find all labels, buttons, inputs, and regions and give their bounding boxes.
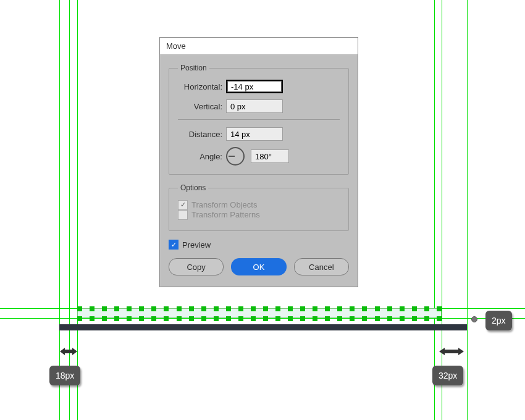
selection-handle[interactable] (127, 306, 132, 311)
selection-handle[interactable] (151, 306, 156, 311)
preview-checkbox[interactable]: Preview (169, 240, 211, 250)
selection-handle[interactable] (313, 306, 317, 311)
selection-handle[interactable] (114, 306, 119, 311)
selection-handle[interactable] (90, 306, 94, 311)
measurement-badge-left-inset: 18px (49, 366, 80, 385)
ok-button[interactable]: OK (231, 258, 286, 275)
distance-label: Distance: (178, 130, 222, 139)
selection-handle[interactable] (437, 316, 442, 321)
dialog-title[interactable]: Move (160, 38, 358, 55)
selection-handle[interactable] (350, 306, 355, 311)
artwork-bar[interactable] (59, 324, 467, 330)
selection-handle[interactable] (214, 306, 219, 311)
cancel-button[interactable]: Cancel (294, 258, 349, 275)
selection-handle[interactable] (337, 316, 342, 321)
angle-dial[interactable] (226, 147, 245, 166)
selection-handle[interactable] (139, 306, 144, 311)
selection-handle[interactable] (325, 316, 330, 321)
selection-handle[interactable] (226, 316, 231, 321)
selection-handle[interactable] (300, 316, 305, 321)
selection-handle[interactable] (337, 306, 342, 311)
selection-handle[interactable] (424, 316, 429, 321)
selection-handle[interactable] (177, 316, 182, 321)
selection-handle[interactable] (77, 316, 82, 321)
selection-handle[interactable] (238, 306, 243, 311)
selection-handle[interactable] (275, 306, 280, 311)
selection-handle[interactable] (387, 306, 392, 311)
angle-label: Angle: (178, 152, 222, 161)
vertical-input[interactable] (226, 99, 283, 113)
selection-handle[interactable] (251, 306, 256, 311)
selection-handle[interactable] (424, 306, 429, 311)
selection-handle[interactable] (251, 316, 256, 321)
guide-vertical (77, 0, 78, 420)
selection-handle[interactable] (77, 306, 82, 311)
selection-handle[interactable] (375, 316, 380, 321)
position-legend: Position (178, 64, 209, 72)
guide-vertical (69, 0, 70, 420)
selection-handle[interactable] (201, 306, 206, 311)
preview-label: Preview (182, 240, 211, 250)
selection-handle[interactable] (437, 306, 442, 311)
options-group: Options Transform Objects Transform Patt… (169, 183, 349, 231)
selection-handle[interactable] (177, 306, 182, 311)
selection-handle[interactable] (263, 306, 268, 311)
selection-handle[interactable] (214, 316, 219, 321)
selection-handle[interactable] (288, 306, 293, 311)
transform-patterns-label: Transform Patterns (191, 210, 260, 219)
arrow-horizontal-icon (439, 347, 464, 356)
selection-handle[interactable] (375, 306, 380, 311)
selection-handle[interactable] (300, 306, 305, 311)
selection-handle[interactable] (400, 306, 405, 311)
selection-handle[interactable] (189, 306, 194, 311)
selection-handle[interactable] (362, 316, 367, 321)
angle-input[interactable] (251, 149, 289, 163)
dialog-button-row: Copy OK Cancel (169, 258, 349, 275)
vertical-label: Vertical: (178, 102, 222, 111)
selection-handle[interactable] (313, 316, 317, 321)
selection-handle[interactable] (288, 316, 293, 321)
measurement-badge-right-inset: 32px (432, 366, 463, 385)
selection-handle[interactable] (189, 316, 194, 321)
selection-handle[interactable] (102, 316, 107, 321)
transform-objects-label: Transform Objects (191, 200, 257, 209)
selection-handle[interactable] (151, 316, 156, 321)
move-dialog: Move Position Horizontal: Vertical: Dist… (159, 37, 358, 287)
selection-handle[interactable] (102, 306, 107, 311)
selection-handle[interactable] (164, 316, 169, 321)
selection-handle[interactable] (350, 316, 355, 321)
selection-handle[interactable] (90, 316, 94, 321)
transform-objects-checkbox: Transform Objects (178, 200, 257, 210)
separator (178, 119, 340, 120)
svg-marker-0 (60, 348, 77, 355)
selection-handle[interactable] (164, 306, 169, 311)
svg-marker-1 (439, 348, 464, 355)
selection-handle[interactable] (139, 316, 144, 321)
selection-handle[interactable] (325, 306, 330, 311)
horizontal-input[interactable] (226, 80, 283, 93)
selection-handle[interactable] (263, 316, 268, 321)
distance-input[interactable] (226, 127, 283, 141)
selection-handle[interactable] (114, 316, 119, 321)
selection-handle[interactable] (362, 306, 367, 311)
guide-vertical (467, 0, 468, 420)
guide-vertical (442, 0, 442, 420)
guide-vertical (59, 0, 60, 420)
selection-handle[interactable] (400, 316, 405, 321)
copy-button[interactable]: Copy (169, 258, 224, 275)
selection-handle[interactable] (127, 316, 132, 321)
horizontal-label: Horizontal: (178, 82, 222, 91)
options-legend: Options (178, 183, 208, 192)
selection-handle[interactable] (275, 316, 280, 321)
selection-handle[interactable] (412, 306, 417, 311)
measurement-badge-right-gap: 2px (485, 311, 512, 330)
selection-handle[interactable] (201, 316, 206, 321)
selection-handle[interactable] (387, 316, 392, 321)
checkbox-icon (178, 200, 188, 210)
checkbox-icon (178, 210, 188, 220)
selection-handle[interactable] (412, 316, 417, 321)
selection-handle[interactable] (238, 316, 243, 321)
transform-patterns-checkbox: Transform Patterns (178, 210, 260, 220)
anchor-point[interactable] (471, 316, 477, 322)
selection-handle[interactable] (226, 306, 231, 311)
